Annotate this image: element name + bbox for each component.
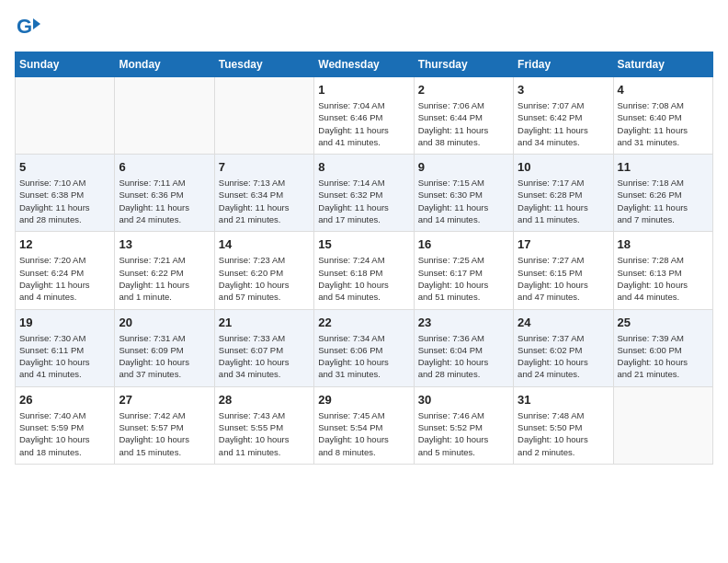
day-info: Sunrise: 7:37 AM Sunset: 6:02 PM Dayligh… (518, 332, 609, 381)
day-number: 14 (219, 237, 310, 251)
day-number: 12 (19, 237, 110, 251)
calendar-day-cell: 23Sunrise: 7:36 AM Sunset: 6:04 PM Dayli… (414, 309, 513, 386)
weekday-friday: Friday (514, 52, 613, 77)
day-number: 28 (219, 393, 310, 407)
calendar-day-cell: 19Sunrise: 7:30 AM Sunset: 6:11 PM Dayli… (16, 309, 115, 386)
day-info: Sunrise: 7:33 AM Sunset: 6:07 PM Dayligh… (219, 332, 310, 381)
calendar-day-cell: 21Sunrise: 7:33 AM Sunset: 6:07 PM Dayli… (214, 309, 313, 386)
calendar-day-cell: 27Sunrise: 7:42 AM Sunset: 5:57 PM Dayli… (115, 386, 214, 464)
day-info: Sunrise: 7:10 AM Sunset: 6:38 PM Dayligh… (19, 177, 110, 225)
day-number: 31 (518, 393, 609, 407)
day-info: Sunrise: 7:27 AM Sunset: 6:15 PM Dayligh… (518, 254, 609, 303)
calendar-table: SundayMondayTuesdayWednesdayThursdayFrid… (15, 52, 713, 465)
calendar-day-cell: 28Sunrise: 7:43 AM Sunset: 5:55 PM Dayli… (214, 386, 313, 464)
calendar-day-cell: 7Sunrise: 7:13 AM Sunset: 6:34 PM Daylig… (214, 155, 313, 232)
day-info: Sunrise: 7:20 AM Sunset: 6:24 PM Dayligh… (19, 254, 110, 303)
calendar-day-cell: 9Sunrise: 7:15 AM Sunset: 6:30 PM Daylig… (414, 155, 513, 232)
calendar-day-cell: 2Sunrise: 7:06 AM Sunset: 6:44 PM Daylig… (414, 77, 513, 155)
calendar-day-cell: 18Sunrise: 7:28 AM Sunset: 6:13 PM Dayli… (613, 232, 712, 309)
day-number: 13 (119, 237, 210, 251)
day-number: 24 (518, 316, 609, 329)
day-info: Sunrise: 7:14 AM Sunset: 6:32 PM Dayligh… (318, 177, 409, 225)
calendar-day-cell: 3Sunrise: 7:07 AM Sunset: 6:42 PM Daylig… (514, 77, 613, 155)
calendar-day-cell: 6Sunrise: 7:11 AM Sunset: 6:36 PM Daylig… (115, 155, 214, 232)
day-info: Sunrise: 7:21 AM Sunset: 6:22 PM Dayligh… (119, 254, 210, 303)
day-info: Sunrise: 7:48 AM Sunset: 5:50 PM Dayligh… (518, 409, 609, 458)
day-info: Sunrise: 7:42 AM Sunset: 5:57 PM Dayligh… (119, 409, 210, 458)
calendar-day-cell: 1Sunrise: 7:04 AM Sunset: 6:46 PM Daylig… (314, 77, 414, 155)
weekday-monday: Monday (115, 52, 214, 77)
day-info: Sunrise: 7:13 AM Sunset: 6:34 PM Dayligh… (219, 177, 310, 225)
calendar-day-cell: 8Sunrise: 7:14 AM Sunset: 6:32 PM Daylig… (314, 155, 414, 232)
day-number: 26 (19, 393, 110, 407)
calendar-week-row: 5Sunrise: 7:10 AM Sunset: 6:38 PM Daylig… (16, 155, 713, 232)
day-number: 17 (518, 237, 609, 251)
calendar-day-cell: 14Sunrise: 7:23 AM Sunset: 6:20 PM Dayli… (214, 232, 313, 309)
calendar-day-cell (115, 77, 214, 155)
calendar-week-row: 1Sunrise: 7:04 AM Sunset: 6:46 PM Daylig… (16, 77, 713, 155)
calendar-day-cell: 22Sunrise: 7:34 AM Sunset: 6:06 PM Dayli… (314, 309, 414, 386)
day-info: Sunrise: 7:39 AM Sunset: 6:00 PM Dayligh… (618, 332, 709, 381)
day-info: Sunrise: 7:15 AM Sunset: 6:30 PM Dayligh… (418, 177, 509, 225)
weekday-thursday: Thursday (414, 52, 513, 77)
day-number: 9 (418, 160, 509, 174)
calendar-day-cell: 24Sunrise: 7:37 AM Sunset: 6:02 PM Dayli… (514, 309, 613, 386)
day-info: Sunrise: 7:08 AM Sunset: 6:40 PM Dayligh… (618, 99, 709, 148)
day-number: 6 (119, 160, 210, 174)
day-info: Sunrise: 7:11 AM Sunset: 6:36 PM Dayligh… (119, 177, 210, 225)
calendar-day-cell: 30Sunrise: 7:46 AM Sunset: 5:52 PM Dayli… (414, 386, 513, 464)
weekday-header-row: SundayMondayTuesdayWednesdayThursdayFrid… (16, 52, 713, 77)
day-info: Sunrise: 7:24 AM Sunset: 6:18 PM Dayligh… (318, 254, 409, 303)
calendar-day-cell: 25Sunrise: 7:39 AM Sunset: 6:00 PM Dayli… (613, 309, 712, 386)
svg-text:G: G (17, 15, 32, 38)
day-number: 8 (318, 160, 409, 174)
calendar-day-cell: 29Sunrise: 7:45 AM Sunset: 5:54 PM Dayli… (314, 386, 414, 464)
day-number: 11 (618, 160, 709, 174)
calendar-day-cell: 11Sunrise: 7:18 AM Sunset: 6:26 PM Dayli… (613, 155, 712, 232)
day-number: 10 (518, 160, 609, 174)
calendar-day-cell: 31Sunrise: 7:48 AM Sunset: 5:50 PM Dayli… (514, 386, 613, 464)
day-info: Sunrise: 7:30 AM Sunset: 6:11 PM Dayligh… (19, 332, 110, 381)
calendar-day-cell (613, 386, 712, 464)
day-info: Sunrise: 7:28 AM Sunset: 6:13 PM Dayligh… (618, 254, 709, 303)
day-info: Sunrise: 7:36 AM Sunset: 6:04 PM Dayligh… (418, 332, 509, 381)
day-info: Sunrise: 7:45 AM Sunset: 5:54 PM Dayligh… (318, 409, 409, 458)
day-info: Sunrise: 7:23 AM Sunset: 6:20 PM Dayligh… (219, 254, 310, 303)
day-info: Sunrise: 7:31 AM Sunset: 6:09 PM Dayligh… (119, 332, 210, 381)
calendar-week-row: 12Sunrise: 7:20 AM Sunset: 6:24 PM Dayli… (16, 232, 713, 309)
day-number: 1 (318, 83, 409, 97)
calendar-day-cell: 20Sunrise: 7:31 AM Sunset: 6:09 PM Dayli… (115, 309, 214, 386)
day-number: 18 (618, 237, 709, 251)
calendar-day-cell: 17Sunrise: 7:27 AM Sunset: 6:15 PM Dayli… (514, 232, 613, 309)
day-number: 30 (418, 393, 509, 407)
calendar-week-row: 26Sunrise: 7:40 AM Sunset: 5:59 PM Dayli… (16, 386, 713, 464)
day-info: Sunrise: 7:43 AM Sunset: 5:55 PM Dayligh… (219, 409, 310, 458)
page-header: G (15, 15, 713, 40)
svg-marker-1 (33, 18, 40, 29)
day-info: Sunrise: 7:40 AM Sunset: 5:59 PM Dayligh… (19, 409, 110, 458)
day-number: 15 (318, 237, 409, 251)
day-number: 29 (318, 393, 409, 407)
day-info: Sunrise: 7:04 AM Sunset: 6:46 PM Dayligh… (318, 99, 409, 148)
day-number: 20 (119, 316, 210, 329)
calendar-day-cell: 13Sunrise: 7:21 AM Sunset: 6:22 PM Dayli… (115, 232, 214, 309)
day-info: Sunrise: 7:07 AM Sunset: 6:42 PM Dayligh… (518, 99, 609, 148)
calendar-day-cell: 16Sunrise: 7:25 AM Sunset: 6:17 PM Dayli… (414, 232, 513, 309)
day-number: 22 (318, 316, 409, 329)
weekday-wednesday: Wednesday (314, 52, 414, 77)
calendar-day-cell: 15Sunrise: 7:24 AM Sunset: 6:18 PM Dayli… (314, 232, 414, 309)
calendar-day-cell: 10Sunrise: 7:17 AM Sunset: 6:28 PM Dayli… (514, 155, 613, 232)
day-info: Sunrise: 7:06 AM Sunset: 6:44 PM Dayligh… (418, 99, 509, 148)
day-number: 19 (19, 316, 110, 329)
calendar-day-cell: 5Sunrise: 7:10 AM Sunset: 6:38 PM Daylig… (16, 155, 115, 232)
day-number: 27 (119, 393, 210, 407)
day-info: Sunrise: 7:17 AM Sunset: 6:28 PM Dayligh… (518, 177, 609, 225)
weekday-tuesday: Tuesday (214, 52, 313, 77)
day-number: 3 (518, 83, 609, 97)
day-number: 5 (19, 160, 110, 174)
day-number: 16 (418, 237, 509, 251)
logo: G (15, 15, 44, 40)
weekday-sunday: Sunday (16, 52, 115, 77)
day-number: 4 (618, 83, 709, 97)
calendar-day-cell: 26Sunrise: 7:40 AM Sunset: 5:59 PM Dayli… (16, 386, 115, 464)
